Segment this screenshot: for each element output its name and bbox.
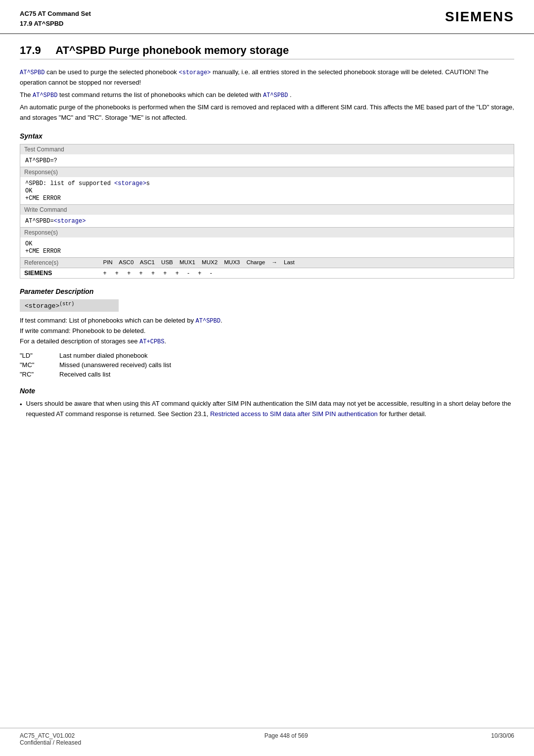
param-mc-desc: Missed (unanswered received) calls list <box>59 361 514 369</box>
intro-line2: The AT^SPBD test command returns the lis… <box>20 90 514 100</box>
param-mc-key: "MC" <box>20 361 59 369</box>
write-command-header-row: Write Command <box>20 204 514 215</box>
param-mc-row: "MC" Missed (unanswered received) calls … <box>20 361 514 369</box>
write-cmd-storage: <storage> <box>54 218 86 225</box>
syntax-heading: Syntax <box>20 132 514 140</box>
intro-paragraph: AT^SPBD can be used to purge the selecte… <box>20 67 514 123</box>
mux2-header: MUX2 <box>202 259 218 265</box>
pin-header: PIN <box>103 259 113 265</box>
footer-date: 10/30/06 <box>491 732 514 746</box>
note-heading: Note <box>20 387 514 395</box>
intro-line1: AT^SPBD can be used to purge the selecte… <box>20 67 514 88</box>
test-response-header-row: Response(s) <box>20 167 514 177</box>
main-content: 17.9 AT^SPBD Purge phonebook memory stor… <box>0 34 534 449</box>
note-link[interactable]: Restricted access to SIM data after SIM … <box>210 410 378 418</box>
test-resp-ok: OK <box>25 188 32 194</box>
write-command-value-row: AT^SPBD=<storage> <box>20 215 514 228</box>
last-header: Last <box>284 259 295 265</box>
siemens-row: SIEMENS + + + + + + + - + - <box>20 268 514 278</box>
param-storage-header: <storage>(str) <box>20 299 119 312</box>
test-command-text: AT^SPBD=? <box>25 157 57 164</box>
note-bullet-item: • Users should be aware that when using … <box>20 399 514 420</box>
arrow-header: → <box>271 259 277 265</box>
page-header: AC75 AT Command Set 17.9 AT^SPBD SIEMENS <box>0 0 534 34</box>
write-resp-ok: OK <box>25 240 32 247</box>
val-last: - <box>210 270 212 277</box>
val-asc1: + <box>127 270 131 277</box>
footer-doc-id: AC75_ATC_V01.002 <box>20 732 81 739</box>
note-text: Users should be aware that when using th… <box>26 399 514 420</box>
footer-left: AC75_ATC_V01.002 Confidential / Released <box>20 732 81 746</box>
asc1-header: ASC1 <box>140 259 155 265</box>
param-values-list: "LD" Last number dialed phonebook "MC" M… <box>20 352 514 378</box>
param-ld-key: "LD" <box>20 352 59 359</box>
val-usb: + <box>139 270 143 277</box>
section-number: 17.9 <box>20 44 41 56</box>
footer-center: Page 448 of 569 <box>265 732 308 746</box>
charge-header: Charge <box>246 259 265 265</box>
val-pin: + <box>103 270 107 277</box>
param-cmd-ref[interactable]: AT^SPBD <box>196 318 221 325</box>
asc0-header: ASC0 <box>119 259 134 265</box>
test-resp-storage-link: <storage> <box>114 180 146 187</box>
write-resp-cme: +CME ERROR <box>25 248 61 255</box>
page-footer: AC75_ATC_V01.002 Confidential / Released… <box>0 728 534 746</box>
usb-header: USB <box>161 259 173 265</box>
test-response-label: Response(s) <box>20 167 514 177</box>
syntax-table: Test Command AT^SPBD=? Response(s) ^SPBD… <box>20 144 514 279</box>
param-description-text: If test command: List of phonebooks whic… <box>20 316 514 347</box>
write-response-header-row: Response(s) <box>20 227 514 237</box>
test-resp-s: s <box>146 180 150 187</box>
intro-storage-ref: <storage> <box>178 69 211 76</box>
param-ld-row: "LD" Last number dialed phonebook <box>20 352 514 359</box>
ref-label: Reference(s) <box>20 257 99 268</box>
intro-cmd3[interactable]: AT^SPBD <box>263 92 288 99</box>
mux1-header: MUX1 <box>179 259 195 265</box>
val-charge: - <box>187 270 189 277</box>
val-mux3: + <box>176 270 179 277</box>
write-response-content-row: OK +CME ERROR <box>20 237 514 258</box>
header-subtitle-line2: 17.9 AT^SPBD <box>20 19 91 29</box>
section-heading-text: AT^SPBD Purge phonebook memory storage <box>55 44 289 56</box>
test-response-content-row: ^SPBD: list of supported <storage>s OK +… <box>20 177 514 205</box>
intro-line3: An automatic purge of the phonebooks is … <box>20 102 514 123</box>
val-mux2: + <box>163 270 167 277</box>
mux3-header: MUX3 <box>224 259 240 265</box>
write-response-label: Response(s) <box>20 227 514 237</box>
brand-logo: SIEMENS <box>445 9 514 25</box>
header-title-line1: AC75 AT Command Set <box>20 9 91 19</box>
param-rc-row: "RC" Received calls list <box>20 371 514 378</box>
val-mux1: + <box>151 270 155 277</box>
test-resp-cme: +CME ERROR <box>25 195 61 202</box>
param-cpbs-ref[interactable]: AT+CPBS <box>139 338 164 345</box>
val-asc0: + <box>115 270 119 277</box>
intro-cmd2[interactable]: AT^SPBD <box>33 92 57 99</box>
intro-cmd1[interactable]: AT^SPBD <box>20 69 44 76</box>
param-name: <storage> <box>25 302 59 310</box>
references-row: Reference(s) PIN ASC0 ASC1 USB MUX1 MUX2… <box>20 257 514 268</box>
param-rc-key: "RC" <box>20 371 59 378</box>
val-arrow: + <box>198 270 201 277</box>
test-command-value-row: AT^SPBD=? <box>20 154 514 167</box>
siemens-label: SIEMENS <box>20 268 99 278</box>
write-cmd-pre: AT^SPBD= <box>25 218 54 225</box>
section-title: 17.9 AT^SPBD Purge phonebook memory stor… <box>20 44 514 59</box>
param-desc-heading: Parameter Description <box>20 287 514 295</box>
param-rc-desc: Received calls list <box>59 371 514 378</box>
note-section: Note • Users should be aware that when u… <box>20 387 514 420</box>
bullet-dot: • <box>20 400 22 410</box>
write-command-label: Write Command <box>20 204 514 215</box>
footer-status: Confidential / Released <box>20 739 81 746</box>
test-command-header-row: Test Command <box>20 144 514 154</box>
header-title: AC75 AT Command Set 17.9 AT^SPBD <box>20 9 91 28</box>
test-command-label: Test Command <box>20 144 514 154</box>
test-resp-spbd: ^SPBD: list of supported <box>25 180 114 187</box>
param-ld-desc: Last number dialed phonebook <box>59 352 514 359</box>
